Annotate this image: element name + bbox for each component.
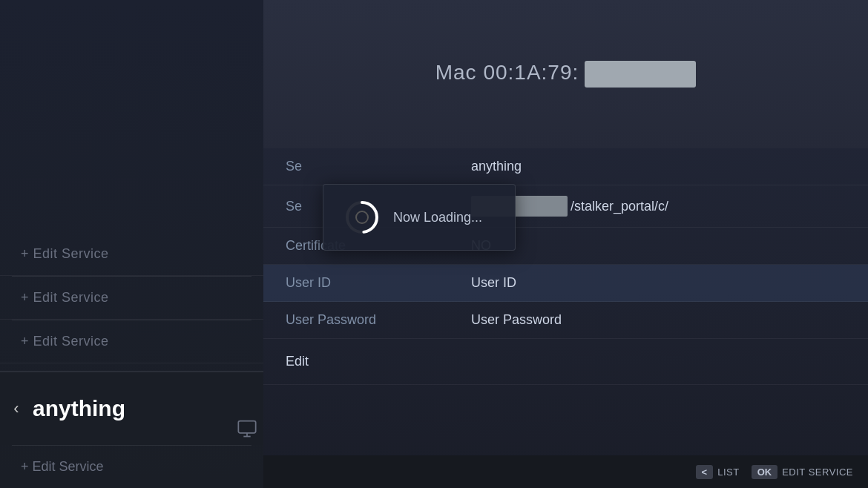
mac-value-redacted [585,61,696,88]
back-icon[interactable]: ‹ [0,372,33,445]
service-url-value: /stalker_portal/c/ [471,196,668,217]
user-password-value: User Password [471,312,562,328]
certificate-value: NO [471,238,491,254]
detail-row-user-password: User Password User Password [263,302,868,339]
service-url-label: Se [286,199,471,214]
mac-label: Mac 00:1A:79: [435,61,697,88]
list-button[interactable]: < LIST [696,465,740,479]
user-id-value: User ID [471,275,516,291]
sidebar-top-items: + Edit Service + Edit Service + Edit Ser… [0,0,263,371]
user-id-label: User ID [286,275,471,291]
svg-rect-0 [238,421,255,433]
edit-service-button[interactable]: OK EDIT SERVICE [752,465,853,479]
sidebar-item-1[interactable]: + Edit Service [0,233,263,276]
list-label: LIST [717,466,739,478]
bottom-bar: < LIST OK EDIT SERVICE [263,455,868,488]
detail-row-service-url: Se /stalker_portal/c/ [263,185,868,228]
mac-prefix: Mac 00:1A:79: [435,61,579,84]
active-item-label: anything [33,396,231,421]
detail-row-certificate: Certificate NO [263,228,868,265]
main-panel: Mac 00:1A:79: Se anything Se /stalker_po… [263,0,868,488]
mac-header: Mac 00:1A:79: [263,0,868,148]
ok-key: OK [752,465,778,479]
user-password-label: User Password [286,312,471,328]
service-name-value: anything [471,159,522,174]
edit-service-label: EDIT SERVICE [782,466,853,478]
service-detail: Se anything Se /stalker_portal/c/ Certif… [263,148,868,488]
url-path: /stalker_portal/c/ [571,199,668,214]
sidebar-item-2[interactable]: + Edit Service [0,277,263,320]
edit-button[interactable]: Edit [286,354,309,369]
detail-row-user-id: User ID User ID [263,265,868,302]
list-key: < [696,465,714,479]
sidebar-active-item[interactable]: ‹ anything [0,371,263,445]
sidebar-bottom-item[interactable]: + Edit Service [0,446,263,488]
url-prefix-redacted [471,196,568,217]
detail-row-edit[interactable]: Edit [263,339,868,385]
service-name-label: Se [286,159,471,174]
monitor-icon [231,412,263,445]
sidebar: + Edit Service + Edit Service + Edit Ser… [0,0,263,488]
detail-row-service-name: Se anything [263,148,868,185]
certificate-label: Certificate [286,238,471,254]
sidebar-item-3[interactable]: + Edit Service [0,320,263,363]
